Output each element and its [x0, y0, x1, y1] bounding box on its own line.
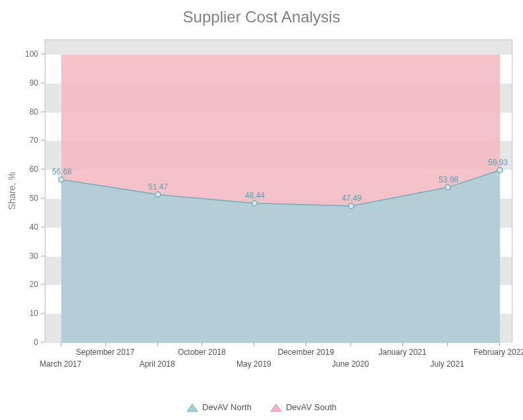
- legend-item-south: DevAV South: [270, 402, 337, 412]
- x-tick-label: April 2018: [140, 359, 175, 369]
- data-marker: [445, 185, 451, 190]
- x-tick-label: October 2018: [178, 348, 226, 357]
- x-tick-label: May 2019: [236, 359, 271, 369]
- plot-area: 56.68 51.47 48.44 47.49 53.98 59.93: [45, 39, 512, 342]
- data-label: 51.47: [148, 182, 168, 192]
- x-tick-label: January 2021: [379, 348, 427, 357]
- x-tick-mark: [447, 342, 448, 346]
- x-tick-mark: [499, 342, 500, 346]
- y-tick-label: 30: [30, 251, 38, 261]
- x-tick-mark: [202, 342, 202, 346]
- y-tick-label: 0: [34, 338, 38, 347]
- data-marker: [59, 177, 64, 182]
- x-tick-label: March 2017: [40, 359, 81, 369]
- y-tick-label: 50: [30, 194, 38, 203]
- y-tick-label: 20: [30, 280, 38, 289]
- y-tick-label: 100: [25, 49, 38, 59]
- x-tick-label: June 2020: [332, 359, 369, 369]
- data-label: 59.93: [488, 158, 508, 167]
- chart-title: Supplier Cost Analysis: [0, 8, 523, 26]
- x-tick-mark: [402, 342, 403, 346]
- y-tick-label: 70: [30, 136, 38, 145]
- legend: DevAV North DevAV South: [0, 402, 523, 412]
- x-tick-label: February 2022: [474, 348, 523, 357]
- x-tick-mark: [350, 342, 351, 346]
- x-tick-mark: [254, 342, 254, 346]
- legend-label: DevAV South: [286, 402, 337, 412]
- chart-svg: [45, 40, 513, 343]
- x-tick-mark: [105, 342, 106, 346]
- data-marker: [252, 201, 257, 206]
- y-tick-label: 90: [30, 78, 38, 88]
- x-tick-label: July 2021: [430, 359, 464, 369]
- data-label: 47.49: [342, 194, 362, 203]
- y-tick-label: 40: [30, 223, 38, 232]
- data-marker: [348, 203, 354, 209]
- x-tick-mark: [306, 342, 306, 346]
- x-tick-mark: [157, 342, 158, 346]
- y-tick-label: 80: [30, 107, 38, 117]
- data-label: 56.68: [52, 167, 72, 176]
- y-tick-label: 60: [30, 165, 38, 174]
- data-label: 53.98: [439, 175, 458, 184]
- data-marker: [155, 192, 161, 197]
- y-axis: 100 90 80 70 60 50 40 30 20 10 0: [0, 39, 45, 342]
- data-marker: [497, 168, 503, 173]
- data-label: 48.44: [245, 191, 265, 200]
- legend-item-north: DevAV North: [186, 402, 252, 412]
- legend-swatch-icon: [186, 403, 198, 412]
- legend-swatch-icon: [270, 403, 282, 412]
- x-tick-label: September 2017: [76, 348, 134, 357]
- x-tick-label: December 2019: [278, 348, 334, 357]
- legend-label: DevAV North: [202, 402, 252, 412]
- x-axis: September 2017 October 2018 December 201…: [45, 342, 512, 382]
- y-tick-label: 10: [30, 309, 38, 318]
- x-tick-mark: [61, 342, 61, 346]
